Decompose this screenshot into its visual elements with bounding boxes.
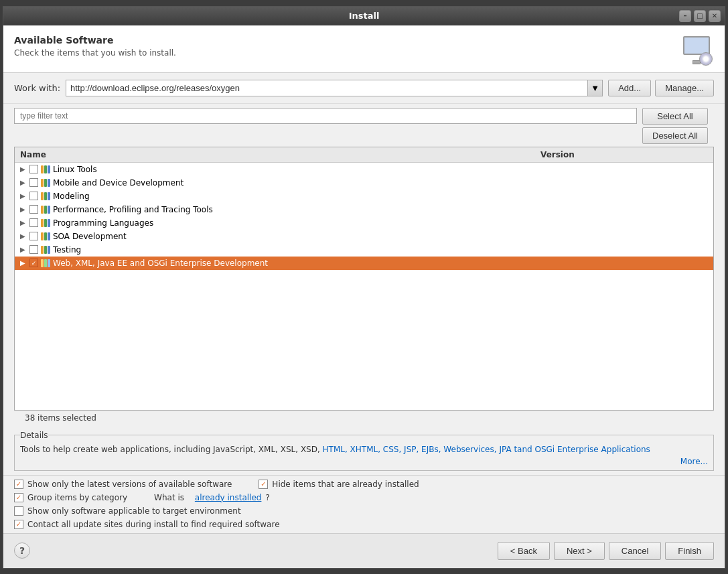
col-version-header: Version (540, 150, 708, 159)
work-with-dropdown-arrow[interactable]: ▼ (587, 80, 602, 96)
options-row-3: Show only software applicable to target … (14, 506, 714, 516)
expand-arrow[interactable]: ▶ (20, 219, 27, 226)
footer-right: < Back Next > Cancel Finish (498, 542, 714, 560)
item-checkbox[interactable] (29, 232, 38, 240)
window-title: Install (349, 11, 380, 21)
manage-button[interactable]: Manage... (655, 80, 714, 96)
col-name-header: Name (20, 150, 540, 159)
expand-arrow[interactable]: ▶ (20, 206, 27, 213)
item-icon (41, 165, 50, 173)
hide-installed-checkbox[interactable] (259, 480, 268, 489)
group-category-label: Group items by category (27, 493, 127, 502)
details-text: Tools to help create web applications, i… (20, 444, 708, 455)
page-title: Available Software (14, 35, 176, 46)
list-item-selected[interactable]: ▶ ✓ Web, XML, Java EE and OSGi Enterpris… (15, 257, 713, 270)
details-section: Details Tools to help create web applica… (3, 428, 725, 475)
options-row-1: Show only the latest versions of availab… (14, 480, 714, 489)
show-latest-label: Show only the latest versions of availab… (27, 480, 232, 489)
item-icon (41, 246, 50, 254)
list-item[interactable]: ▶ Performance, Profiling and Tracing Too… (15, 203, 713, 216)
options-row-2: Group items by category What is already … (14, 493, 714, 502)
item-checkbox[interactable] (29, 192, 38, 200)
item-name: Mobile and Device Development (53, 178, 708, 188)
software-list: Name Version ▶ Linux Tools ▶ (14, 147, 714, 411)
already-installed-info: What is already installed? (154, 493, 270, 502)
list-item[interactable]: ▶ Programming Languages (15, 216, 713, 230)
list-item[interactable]: ▶ Testing (15, 243, 713, 257)
item-name: SOA Development (53, 232, 708, 241)
show-applicable-checkbox[interactable] (14, 506, 23, 516)
group-category-option[interactable]: Group items by category (14, 493, 127, 502)
item-icon (41, 179, 50, 187)
item-name: Programming Languages (53, 218, 708, 228)
hide-installed-label: Hide items that are already installed (272, 480, 419, 489)
next-button[interactable]: Next > (554, 542, 605, 560)
item-icon (41, 219, 50, 227)
list-header: Name Version (15, 147, 713, 163)
titlebar: Install – □ ✕ (3, 7, 725, 25)
finish-button[interactable]: Finish (665, 542, 714, 560)
list-item[interactable]: ▶ SOA Development (15, 230, 713, 243)
filter-input[interactable] (14, 108, 637, 124)
cancel-button[interactable]: Cancel (609, 542, 661, 560)
selected-count: 38 items selected (14, 411, 714, 425)
window-controls[interactable]: – □ ✕ (679, 10, 721, 22)
group-category-checkbox[interactable] (14, 493, 23, 502)
minimize-button[interactable]: – (679, 10, 691, 22)
expand-arrow[interactable]: ▶ (20, 165, 27, 173)
already-installed-text: What is (154, 493, 184, 502)
already-installed-link[interactable]: already installed (195, 493, 262, 502)
item-name: Modeling (53, 192, 708, 201)
list-item[interactable]: ▶ Mobile and Device Development (15, 176, 713, 190)
show-applicable-label: Show only software applicable to target … (27, 506, 241, 516)
work-with-combo[interactable]: ▼ (66, 80, 603, 96)
item-checkbox[interactable] (29, 165, 38, 173)
item-name: Linux Tools (53, 165, 708, 174)
item-checkbox-checked[interactable]: ✓ (29, 259, 38, 267)
add-button[interactable]: Add... (608, 80, 651, 96)
work-with-label: Work with: (14, 83, 60, 93)
close-button[interactable]: ✕ (709, 10, 721, 22)
item-name: Performance, Profiling and Tracing Tools (53, 205, 708, 214)
select-all-button[interactable]: Select All (642, 108, 708, 125)
footer-left: ? (14, 543, 30, 559)
expand-arrow[interactable]: ▶ (20, 259, 27, 267)
list-item[interactable]: ▶ Linux Tools (15, 163, 713, 176)
already-installed-suffix: ? (265, 493, 269, 502)
item-name: Testing (53, 245, 708, 255)
work-with-input[interactable] (66, 80, 587, 96)
expand-arrow[interactable]: ▶ (20, 246, 27, 253)
item-icon (41, 232, 50, 240)
item-checkbox[interactable] (29, 178, 38, 187)
item-icon (41, 192, 50, 200)
item-checkbox[interactable] (29, 218, 38, 227)
item-icon (41, 259, 50, 267)
contact-update-checkbox[interactable] (14, 520, 23, 529)
item-checkbox[interactable] (29, 205, 38, 214)
show-latest-checkbox[interactable] (14, 480, 23, 489)
contact-update-label: Contact all update sites during install … (27, 520, 280, 529)
item-name: Web, XML, Java EE and OSGi Enterprise De… (53, 259, 708, 268)
back-button[interactable]: < Back (498, 542, 550, 560)
html-link[interactable]: HTML, XHTML, CSS, JSP, EJBs, Webservices… (323, 445, 650, 454)
deselect-all-button[interactable]: Deselect All (642, 127, 708, 144)
show-latest-option[interactable]: Show only the latest versions of availab… (14, 480, 232, 489)
header-text: Available Software Check the items that … (14, 35, 176, 58)
expand-arrow[interactable]: ▶ (20, 192, 27, 200)
item-checkbox[interactable] (29, 245, 38, 254)
options-row-4: Contact all update sites during install … (14, 520, 714, 529)
show-applicable-option[interactable]: Show only software applicable to target … (14, 506, 241, 516)
item-icon (41, 206, 50, 214)
expand-arrow[interactable]: ▶ (20, 179, 27, 186)
hide-installed-option[interactable]: Hide items that are already installed (259, 480, 419, 489)
page-subtitle: Check the items that you wish to install… (14, 48, 176, 58)
help-button[interactable]: ? (14, 543, 30, 559)
expand-arrow[interactable]: ▶ (20, 232, 27, 240)
maximize-button[interactable]: □ (694, 10, 706, 22)
cd-icon (699, 52, 713, 66)
header-area: Available Software Check the items that … (3, 25, 725, 73)
list-item[interactable]: ▶ Modeling (15, 190, 713, 203)
more-link[interactable]: More... (20, 457, 708, 466)
contact-update-option[interactable]: Contact all update sites during install … (14, 520, 280, 529)
options-section: Show only the latest versions of availab… (3, 475, 725, 533)
